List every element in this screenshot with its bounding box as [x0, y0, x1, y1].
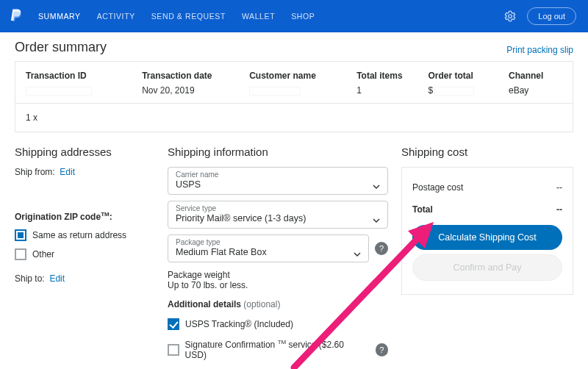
customer-name-value [249, 87, 301, 96]
line-item-row: 1 x [15, 103, 573, 132]
paypal-logo-icon[interactable] [9, 8, 24, 24]
ship-from-label: Ship from: [15, 167, 55, 177]
transaction-date-header: Transaction date [142, 71, 249, 81]
shipping-cost-title: Shipping cost [401, 146, 573, 158]
signature-help-icon[interactable]: ? [376, 343, 388, 357]
total-items-header: Total items [356, 71, 428, 81]
usps-tracking-option[interactable]: USPS Tracking® (Included) [168, 318, 388, 330]
shipping-information-title: Shipping information [168, 146, 388, 158]
signature-confirmation-option[interactable]: Signature Confirmation TM service ($2.60… [168, 339, 388, 360]
print-packing-slip-link[interactable]: Print packing slip [506, 45, 573, 55]
shipping-cost-panel: Shipping cost Postage cost -- Total -- C… [401, 146, 573, 369]
settings-gear-icon[interactable] [503, 10, 517, 23]
total-cost-label: Total [412, 204, 433, 215]
origination-zip-label: Origination ZIP codeTM: [15, 211, 154, 222]
package-type-select[interactable]: Package type Medium Flat Rate Box [168, 234, 369, 262]
shipping-addresses-title: Shipping addresses [15, 146, 154, 158]
nav-items: SUMMARY ACTIVITY SEND & REQUEST WALLET S… [38, 12, 503, 21]
logout-button[interactable]: Log out [527, 7, 576, 25]
chevron-down-icon [373, 179, 380, 183]
order-total-header: Order total [429, 71, 509, 81]
chevron-down-icon [354, 246, 361, 251]
transaction-date-value: Nov 20, 2019 [142, 85, 249, 96]
nav-send-request[interactable]: SEND & REQUEST [151, 12, 226, 21]
package-help-icon[interactable]: ? [375, 242, 388, 255]
nav-summary[interactable]: SUMMARY [38, 12, 81, 21]
checkbox-checked-icon [168, 318, 179, 330]
package-weight-note: Up to 70 lbs. or less. [168, 280, 388, 290]
page-title: Order summary [15, 40, 573, 55]
confirm-pay-button: Confirm and Pay [412, 254, 562, 281]
calculate-shipping-button[interactable]: Calculate Shipping Cost [412, 225, 562, 250]
ship-from-edit-link[interactable]: Edit [60, 167, 75, 177]
transaction-id-value [26, 87, 92, 96]
additional-details-label: Additional details (optional) [168, 299, 388, 309]
total-cost-value: -- [556, 204, 562, 215]
checkbox-icon [15, 248, 26, 260]
zip-option-same[interactable]: Same as return address [15, 229, 154, 241]
channel-value: eBay [509, 85, 562, 96]
top-nav: SUMMARY ACTIVITY SEND & REQUEST WALLET S… [0, 0, 588, 32]
postage-cost-label: Postage cost [412, 182, 463, 193]
service-type-select[interactable]: Service type Priority Mail® service (1-3… [168, 201, 388, 229]
nav-shop[interactable]: SHOP [291, 12, 315, 21]
ship-to-edit-link[interactable]: Edit [49, 273, 65, 284]
ship-to-label: Ship to: [15, 273, 45, 284]
transaction-id-header: Transaction ID [26, 71, 142, 81]
channel-header: Channel [509, 71, 562, 81]
package-weight-label: Package weight [168, 270, 388, 280]
carrier-select[interactable]: Carrier name USPS [168, 167, 388, 195]
postage-cost-value: -- [556, 182, 562, 193]
order-total-value: $ [429, 85, 509, 96]
chevron-down-icon [373, 212, 380, 217]
checkbox-icon [168, 344, 179, 356]
nav-wallet[interactable]: WALLET [242, 12, 275, 21]
total-items-value: 1 [356, 85, 428, 96]
customer-name-header: Customer name [249, 71, 356, 81]
shipping-addresses-panel: Shipping addresses Ship from: Edit Origi… [15, 146, 154, 369]
nav-activity[interactable]: ACTIVITY [97, 12, 135, 21]
order-summary-box: Transaction ID Transaction date Nov 20, … [15, 61, 573, 132]
checkbox-icon [15, 229, 26, 241]
zip-option-other[interactable]: Other [15, 248, 154, 260]
shipping-information-panel: Shipping information Carrier name USPS S… [168, 146, 388, 369]
svg-point-0 [509, 15, 512, 18]
